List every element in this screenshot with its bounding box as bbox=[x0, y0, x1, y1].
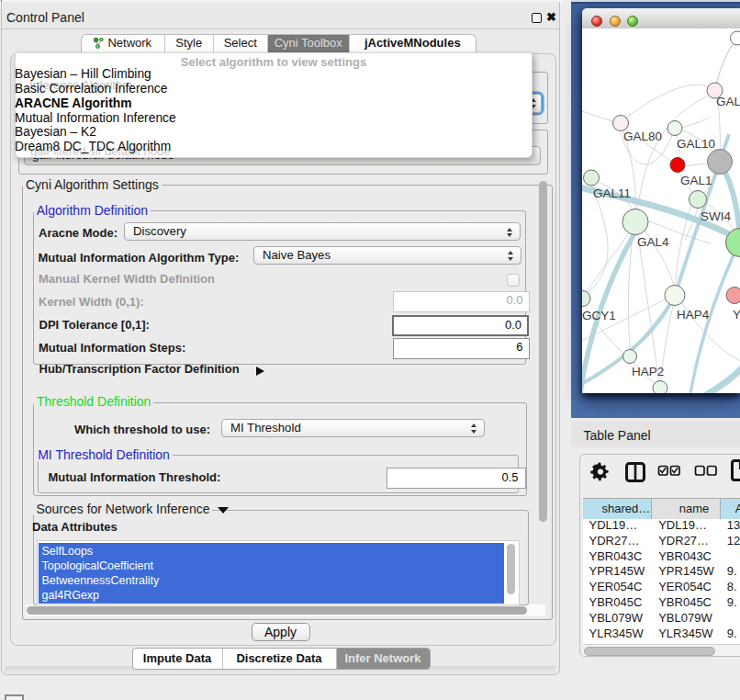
svg-text:GCY1: GCY1 bbox=[582, 309, 616, 322]
svg-text:YJR: YJR bbox=[733, 308, 740, 322]
svg-text:GAL7: GAL7 bbox=[716, 95, 740, 108]
svg-text:GAL4: GAL4 bbox=[637, 235, 669, 249]
svg-text:SWI4: SWI4 bbox=[701, 209, 731, 223]
svg-text:GAL11: GAL11 bbox=[593, 186, 631, 200]
svg-text:GAL1: GAL1 bbox=[680, 174, 712, 187]
svg-text:GAL10: GAL10 bbox=[677, 137, 715, 151]
svg-text:HAP2: HAP2 bbox=[632, 365, 664, 378]
svg-text:GAL80: GAL80 bbox=[623, 130, 662, 143]
svg-text:HAP4: HAP4 bbox=[677, 308, 710, 322]
